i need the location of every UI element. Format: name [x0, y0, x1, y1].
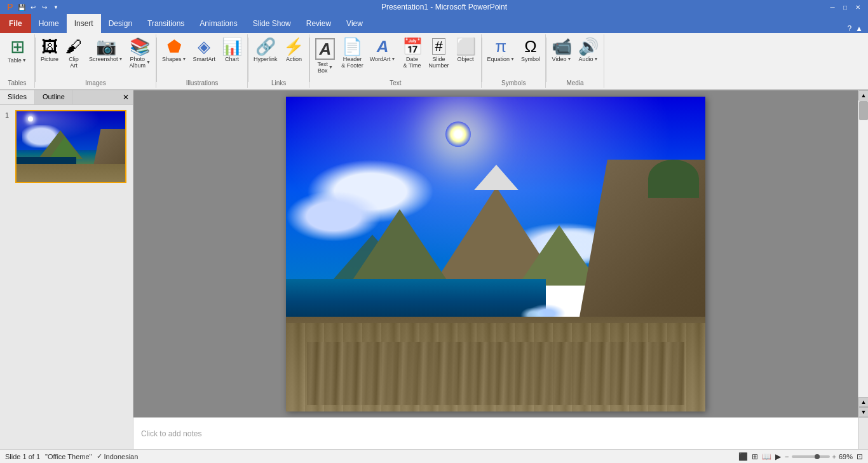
close-button[interactable]: ✕	[853, 3, 863, 11]
quick-access-dropdown-icon[interactable]: ▼	[51, 2, 61, 12]
chart-button[interactable]: 📊 Chart	[219, 37, 245, 64]
ppt-logo-icon: P	[5, 2, 15, 12]
smartart-label: SmartArt	[193, 56, 215, 62]
fit-window-button[interactable]: ⊡	[857, 452, 863, 461]
tab-slideshow[interactable]: Slide Show	[245, 14, 299, 33]
quick-access-toolbar[interactable]: P 💾 ↩ ↪ ▼	[5, 2, 61, 12]
help-collapse-icon[interactable]: ?	[847, 24, 851, 33]
photoalbum-button[interactable]: 📚 PhotoAlbum ▼	[126, 37, 153, 70]
symbol-label: Symbol	[521, 56, 540, 62]
tab-view[interactable]: View	[339, 14, 370, 33]
redo-icon[interactable]: ↪	[39, 2, 50, 12]
vertical-scrollbar[interactable]: ▲ ▲ ▼	[858, 90, 868, 417]
tab-insert[interactable]: Insert	[67, 14, 101, 33]
headerfooter-label: Header& Footer	[341, 56, 363, 69]
zoom-in-button[interactable]: +	[832, 453, 836, 460]
chart-icon: 📊	[222, 38, 242, 55]
minimize-button[interactable]: ─	[827, 3, 837, 11]
images-buttons: 🖼 Picture 🖌 ClipArt 📷 Screenshot ▼ 📚 Pho…	[38, 36, 153, 86]
datetime-icon: 📅	[402, 38, 423, 55]
undo-icon[interactable]: ↩	[28, 2, 38, 12]
save-icon[interactable]: 💾	[17, 2, 27, 12]
datetime-button[interactable]: 📅 Date& Time	[400, 37, 425, 70]
equation-button[interactable]: π Equation ▼	[485, 37, 517, 64]
reading-view-icon[interactable]: 📖	[762, 452, 771, 461]
shapes-button[interactable]: ⬟ Shapes ▼	[159, 37, 189, 64]
window-controls[interactable]: ─ □ ✕	[827, 3, 863, 11]
slideshow-icon[interactable]: ▶	[775, 452, 781, 461]
textbox-button[interactable]: A TextBox ▼	[313, 37, 337, 75]
hyperlink-button[interactable]: 🔗 Hyperlink	[251, 37, 280, 64]
chart-label: Chart	[225, 56, 239, 62]
action-button[interactable]: ⚡ Action	[281, 37, 306, 64]
list-item: 1	[5, 110, 128, 183]
panel-close-button[interactable]: ✕	[119, 90, 133, 104]
tab-animations[interactable]: Animations	[192, 14, 245, 33]
table-label: Table	[8, 57, 22, 64]
tab-transitions[interactable]: Transitions	[140, 14, 192, 33]
slide-scene	[286, 97, 705, 411]
slide-canvas[interactable]	[286, 97, 705, 411]
audio-button[interactable]: 🔊 Audio ▼	[576, 37, 601, 64]
table-button[interactable]: ⊞ Table ▼	[3, 37, 32, 65]
tab-review[interactable]: Review	[299, 14, 339, 33]
spell-check-icon: ✓	[97, 452, 102, 460]
zoom-slider[interactable]	[792, 455, 830, 458]
object-button[interactable]: ⬜ Object	[453, 37, 478, 64]
panel-tab-slides[interactable]: Slides	[0, 90, 35, 104]
hyperlink-label: Hyperlink	[254, 56, 278, 62]
tab-design[interactable]: Design	[101, 14, 140, 33]
ribbon-content: ⊞ Table ▼ Tables 🖼 Picture 🖌 ClipArt 📷	[0, 33, 868, 90]
tab-file[interactable]: File	[0, 14, 31, 33]
links-buttons: 🔗 Hyperlink ⚡ Action	[251, 36, 307, 86]
slidenumber-icon: #	[432, 38, 445, 55]
ribbon-group-symbols: π Equation ▼ Ω Symbol Symbols	[482, 34, 546, 88]
object-icon: ⬜	[456, 38, 476, 55]
audio-icon: 🔊	[578, 38, 599, 55]
shapes-label: Shapes	[162, 56, 182, 62]
ribbon-collapse-icon[interactable]: ▲	[855, 24, 863, 33]
headerfooter-button[interactable]: 📄 Header& Footer	[339, 37, 366, 70]
panel-tab-outline[interactable]: Outline	[35, 90, 73, 104]
scroll-up-button[interactable]: ▲	[858, 90, 868, 100]
slide-canvas-wrap[interactable]	[133, 90, 858, 417]
action-icon: ⚡	[283, 38, 304, 55]
smartart-button[interactable]: ◈ SmartArt	[190, 37, 218, 64]
maximize-button[interactable]: □	[840, 3, 850, 11]
slide-sorter-icon[interactable]: ⊞	[752, 452, 758, 461]
clipart-icon: 🖌	[65, 38, 82, 55]
slidenumber-button[interactable]: # SlideNumber	[426, 37, 452, 70]
ribbon-group-images: 🖼 Picture 🖌 ClipArt 📷 Screenshot ▼ 📚 Pho…	[36, 34, 156, 88]
scroll-down-button-2[interactable]: ▼	[858, 407, 868, 417]
shapes-icon: ⬟	[167, 38, 182, 55]
video-label: Video	[552, 56, 567, 62]
sun	[445, 121, 471, 147]
clipart-button[interactable]: 🖌 ClipArt	[62, 37, 85, 70]
notes-placeholder: Click to add notes	[141, 429, 201, 438]
language-indicator[interactable]: ✓ Indonesian	[97, 452, 138, 460]
illustrations-group-label: Illustrations	[157, 79, 247, 86]
theme-name: "Office Theme"	[45, 453, 92, 460]
picture-button[interactable]: 🖼 Picture	[38, 37, 61, 64]
video-button[interactable]: 📹 Video ▼	[549, 37, 574, 64]
slide-thumbnail-image[interactable]	[15, 110, 126, 183]
wordart-button[interactable]: A WordArt ▼	[367, 37, 398, 64]
status-right: ⬛ ⊞ 📖 ▶ − + 69% ⊡	[738, 452, 863, 461]
slide-number: 1	[5, 110, 13, 119]
tab-home[interactable]: Home	[31, 14, 67, 33]
normal-view-icon[interactable]: ⬛	[738, 452, 748, 461]
audio-label: Audio	[579, 56, 593, 62]
scroll-track[interactable]	[858, 100, 868, 397]
canvas-area: ▲ ▲ ▼ Click to add notes	[133, 90, 868, 449]
screenshot-label: Screenshot	[89, 56, 118, 62]
scroll-thumb[interactable]	[859, 101, 868, 120]
zoom-out-button[interactable]: −	[785, 453, 789, 460]
symbol-button[interactable]: Ω Symbol	[519, 37, 543, 64]
symbols-buttons: π Equation ▼ Ω Symbol	[485, 36, 543, 86]
screenshot-button[interactable]: 📷 Screenshot ▼	[86, 37, 125, 64]
scroll-down-button-1[interactable]: ▲	[858, 397, 868, 407]
ribbon-group-illustrations: ⬟ Shapes ▼ ◈ SmartArt 📊 Chart Illustrati…	[157, 34, 248, 88]
notes-area[interactable]: Click to add notes	[133, 417, 858, 449]
ribbon-group-media: 📹 Video ▼ 🔊 Audio ▼ Media	[546, 34, 604, 88]
slidenumber-label: SlideNumber	[429, 56, 449, 69]
